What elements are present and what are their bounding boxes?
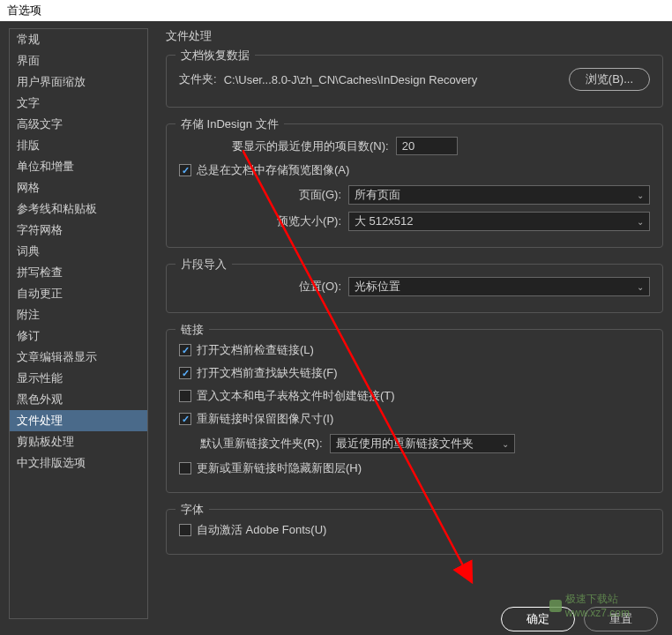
check-links-label: 打开文档前检查链接(L): [197, 342, 314, 358]
sidebar-item-18[interactable]: 文件处理: [10, 410, 147, 431]
section-links: 链接 打开文档前检查链接(L) 打开文档前查找缺失链接(F) 置入文本和电子表格…: [166, 329, 663, 493]
section-recovery: 文档恢复数据 文件夹: C:\User...8.0-J\zh_CN\Caches…: [166, 55, 663, 108]
sidebar-item-19[interactable]: 剪贴板处理: [10, 431, 147, 452]
page-label: 页面(G):: [179, 187, 341, 203]
recovery-folder-label: 文件夹:: [179, 71, 217, 87]
sidebar-item-9[interactable]: 字符网格: [10, 220, 147, 241]
preserve-dim-checkbox[interactable]: [179, 413, 191, 425]
sidebar-item-0[interactable]: 常规: [10, 29, 147, 50]
hide-layers-checkbox[interactable]: [179, 462, 191, 474]
auto-activate-row: 自动激活 Adobe Fonts(U): [179, 522, 650, 538]
snippet-position-select[interactable]: 光标位置 ⌄: [348, 277, 650, 296]
sidebar-item-3[interactable]: 文字: [10, 93, 147, 114]
snippet-position-label: 位置(O):: [179, 279, 341, 295]
section-snippet-title: 片段导入: [175, 257, 232, 273]
always-save-row: 总是在文档中存储预览图像(A): [179, 162, 650, 178]
section-fonts-title: 字体: [175, 502, 209, 518]
check-links-row: 打开文档前检查链接(L): [179, 342, 650, 358]
sidebar-item-16[interactable]: 显示性能: [10, 368, 147, 389]
preview-row: 预览大小(P): 大 512x512 ⌄: [179, 212, 650, 231]
preferences-dialog: 首选项 常规界面用户界面缩放文字高级文字排版单位和增量网格参考线和粘贴板字符网格…: [0, 0, 672, 635]
create-links-label: 置入文本和电子表格文件时创建链接(T): [197, 388, 395, 404]
sidebar-item-11[interactable]: 拼写检查: [10, 262, 147, 283]
sidebar-item-8[interactable]: 参考线和粘贴板: [10, 198, 147, 220]
always-save-checkbox[interactable]: [179, 164, 191, 176]
preview-select[interactable]: 大 512x512 ⌄: [348, 212, 650, 231]
auto-activate-checkbox[interactable]: [179, 524, 191, 536]
recent-items-label: 要显示的最近使用的项目数(N):: [232, 138, 389, 154]
relink-folder-row: 默认重新链接文件夹(R): 最近使用的重新链接文件夹 ⌄: [200, 434, 650, 453]
main-panel: 文件处理 文档恢复数据 文件夹: C:\User...8.0-J\zh_CN\C…: [148, 28, 663, 619]
chevron-down-icon: ⌄: [637, 190, 644, 200]
page-row: 页面(G): 所有页面 ⌄: [179, 185, 650, 205]
sidebar-item-15[interactable]: 文章编辑器显示: [10, 347, 147, 368]
chevron-down-icon: ⌄: [637, 217, 644, 227]
chevron-down-icon: ⌄: [637, 282, 644, 292]
section-links-title: 链接: [175, 322, 209, 338]
sidebar-item-6[interactable]: 单位和增量: [10, 156, 147, 177]
create-links-checkbox[interactable]: [179, 390, 191, 402]
reset-button[interactable]: 重置: [584, 607, 658, 631]
always-save-label: 总是在文档中存储预览图像(A): [197, 162, 349, 178]
find-missing-row: 打开文档前查找缺失链接(F): [179, 365, 650, 381]
section-fonts: 字体 自动激活 Adobe Fonts(U): [166, 509, 663, 555]
sidebar-item-13[interactable]: 附注: [10, 304, 147, 325]
preserve-dim-row: 重新链接时保留图像尺寸(I): [179, 411, 650, 427]
browse-button[interactable]: 浏览(B)...: [569, 68, 650, 91]
titlebar: 首选项: [0, 0, 672, 21]
relink-folder-label: 默认重新链接文件夹(R):: [200, 436, 323, 452]
dialog-title: 首选项: [7, 4, 41, 17]
relink-folder-select[interactable]: 最近使用的重新链接文件夹 ⌄: [330, 434, 515, 453]
section-save-title: 存储 InDesign 文件: [175, 116, 284, 132]
sidebar-item-4[interactable]: 高级文字: [10, 114, 147, 135]
create-links-row: 置入文本和电子表格文件时创建链接(T): [179, 388, 650, 404]
preview-label: 预览大小(P):: [179, 213, 341, 229]
sidebar: 常规界面用户界面缩放文字高级文字排版单位和增量网格参考线和粘贴板字符网格词典拼写…: [9, 28, 148, 619]
auto-activate-label: 自动激活 Adobe Fonts(U): [197, 522, 326, 538]
sidebar-item-5[interactable]: 排版: [10, 135, 147, 156]
snippet-position-row: 位置(O): 光标位置 ⌄: [179, 277, 650, 296]
sidebar-item-14[interactable]: 修订: [10, 325, 147, 347]
hide-layers-label: 更新或重新链接时隐藏新图层(H): [197, 460, 362, 476]
preserve-dim-label: 重新链接时保留图像尺寸(I): [197, 411, 333, 427]
section-snippet: 片段导入 位置(O): 光标位置 ⌄: [166, 264, 663, 313]
page-title: 文件处理: [166, 28, 663, 44]
page-select[interactable]: 所有页面 ⌄: [348, 185, 650, 205]
recent-items-row: 要显示的最近使用的项目数(N):: [179, 137, 650, 155]
hide-layers-row: 更新或重新链接时隐藏新图层(H): [179, 460, 650, 476]
sidebar-item-7[interactable]: 网格: [10, 177, 147, 198]
check-links-checkbox[interactable]: [179, 344, 191, 356]
section-save: 存储 InDesign 文件 要显示的最近使用的项目数(N): 总是在文档中存储…: [166, 123, 663, 248]
recent-items-input[interactable]: [396, 137, 458, 155]
find-missing-label: 打开文档前查找缺失链接(F): [197, 365, 338, 381]
footer: 确定 重置: [501, 607, 658, 631]
sidebar-item-20[interactable]: 中文排版选项: [10, 452, 147, 474]
sidebar-item-2[interactable]: 用户界面缩放: [10, 71, 147, 93]
find-missing-checkbox[interactable]: [179, 367, 191, 379]
sidebar-item-17[interactable]: 黑色外观: [10, 389, 147, 410]
section-recovery-title: 文档恢复数据: [175, 48, 255, 64]
recovery-folder-row: 文件夹: C:\User...8.0-J\zh_CN\Caches\InDesi…: [179, 68, 650, 91]
ok-button[interactable]: 确定: [501, 607, 575, 631]
recovery-folder-path: C:\User...8.0-J\zh_CN\Caches\InDesign Re…: [224, 73, 478, 86]
content-area: 常规界面用户界面缩放文字高级文字排版单位和增量网格参考线和粘贴板字符网格词典拼写…: [0, 21, 672, 623]
chevron-down-icon: ⌄: [502, 439, 509, 449]
sidebar-item-1[interactable]: 界面: [10, 50, 147, 71]
sidebar-item-12[interactable]: 自动更正: [10, 283, 147, 304]
sidebar-item-10[interactable]: 词典: [10, 241, 147, 262]
